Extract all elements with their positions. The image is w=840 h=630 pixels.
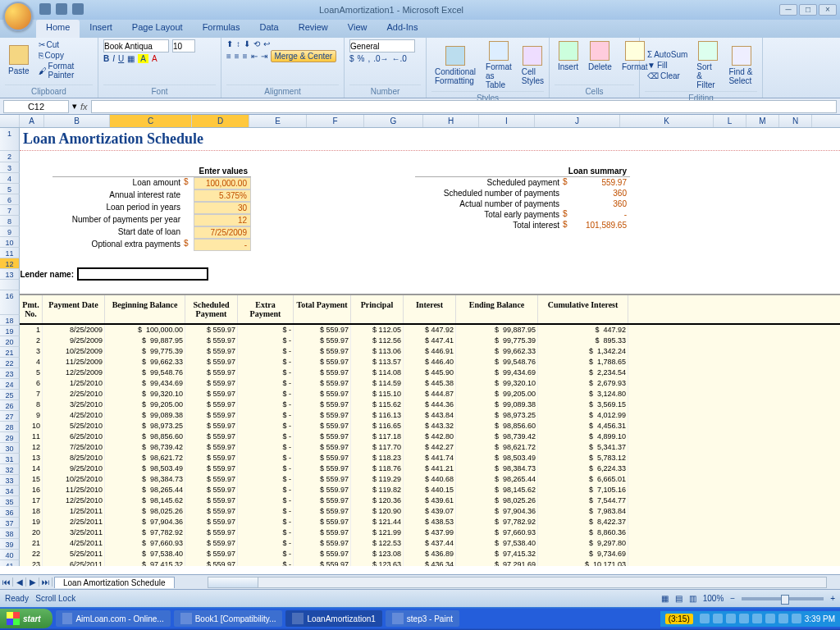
align-top-button[interactable]: ⬆ bbox=[226, 39, 233, 48]
number-format-select[interactable] bbox=[349, 39, 415, 52]
format-painter-button[interactable]: 🖌 Format Painter bbox=[36, 61, 93, 80]
formula-bar[interactable] bbox=[91, 100, 837, 113]
view-pagebreak-icon[interactable]: ▥ bbox=[689, 594, 696, 603]
table-row[interactable]: 127/25/2010$ 98,739.42$ 559.97$ -$ 559.9… bbox=[20, 442, 840, 453]
row-header[interactable]: 34 bbox=[0, 486, 20, 496]
table-row[interactable]: 29/25/2009$ 99,887.95$ 559.97$ -$ 559.97… bbox=[20, 336, 840, 346]
sheet-nav-first-icon[interactable]: ⏮ bbox=[0, 578, 13, 587]
cell-styles-button[interactable]: Cell Styles bbox=[518, 44, 547, 87]
zoom-level[interactable]: 100% bbox=[703, 594, 724, 603]
zoom-in-button[interactable]: + bbox=[830, 594, 835, 603]
bold-button[interactable]: B bbox=[103, 54, 109, 63]
office-button[interactable] bbox=[3, 2, 33, 31]
tray-icon[interactable] bbox=[739, 614, 749, 623]
col-header-H[interactable]: H bbox=[423, 115, 479, 127]
row-header[interactable]: 8 bbox=[0, 216, 20, 226]
orientation-button[interactable]: ⟲ bbox=[253, 39, 260, 48]
row-header[interactable]: 36 bbox=[0, 507, 20, 518]
table-row[interactable]: 203/25/2011$ 97,782.92$ 559.97$ -$ 559.9… bbox=[20, 527, 840, 538]
row-header[interactable]: 25 bbox=[0, 390, 20, 400]
table-row[interactable]: 149/25/2010$ 98,503.49$ 559.97$ -$ 559.9… bbox=[20, 463, 840, 474]
tray-clock[interactable]: 3:39 PM bbox=[805, 614, 835, 623]
percent-button[interactable]: % bbox=[358, 54, 365, 63]
table-row[interactable]: 310/25/2009$ 99,775.39$ 559.97$ -$ 559.9… bbox=[20, 346, 840, 357]
table-row[interactable]: 411/25/2009$ 99,662.33$ 559.97$ -$ 559.9… bbox=[20, 357, 840, 368]
align-middle-button[interactable]: ↕ bbox=[236, 39, 240, 48]
qat-save-icon[interactable] bbox=[39, 3, 51, 15]
table-row[interactable]: 105/25/2010$ 98,973.25$ 559.97$ -$ 559.9… bbox=[20, 421, 840, 431]
conditional-formatting-button[interactable]: Conditional Formatting bbox=[431, 44, 479, 87]
row-header[interactable]: 35 bbox=[0, 496, 20, 507]
row-header[interactable]: 29 bbox=[0, 432, 20, 443]
autosum-button[interactable]: Σ AutoSum bbox=[645, 49, 690, 60]
row-header[interactable]: 26 bbox=[0, 400, 20, 411]
row-header[interactable]: 41 bbox=[0, 560, 20, 566]
underline-button[interactable]: U bbox=[118, 54, 124, 63]
row-header[interactable]: 7 bbox=[0, 205, 20, 216]
table-row[interactable]: 116/25/2010$ 98,856.60$ 559.97$ -$ 559.9… bbox=[20, 431, 840, 442]
worksheet[interactable]: 1234567891011121316181920212223242526272… bbox=[0, 128, 840, 566]
col-header-B[interactable]: B bbox=[44, 115, 110, 127]
row-header[interactable]: 38 bbox=[0, 528, 20, 539]
table-row[interactable]: 18/25/2009$ 100,000.00$ 559.97$ -$ 559.9… bbox=[20, 325, 840, 336]
row-header[interactable]: 13 bbox=[0, 269, 20, 280]
currency-button[interactable]: $ bbox=[349, 54, 354, 63]
row-header[interactable]: 39 bbox=[0, 539, 20, 550]
sheet-nav-last-icon[interactable]: ⏭ bbox=[39, 578, 52, 587]
row-header[interactable]: 30 bbox=[0, 443, 20, 454]
ribbon-tab-insert[interactable]: Insert bbox=[80, 20, 122, 38]
col-header-I[interactable]: I bbox=[479, 115, 535, 127]
border-button[interactable]: ▦ bbox=[127, 54, 135, 63]
row-header[interactable]: 18 bbox=[0, 315, 20, 326]
row-header[interactable]: 23 bbox=[0, 368, 20, 379]
sheet-nav-next-icon[interactable]: ▶ bbox=[26, 578, 39, 587]
row-header[interactable] bbox=[0, 280, 20, 290]
row-header[interactable]: 2 bbox=[0, 151, 20, 162]
ribbon-tab-formulas[interactable]: Formulas bbox=[193, 20, 250, 38]
row-header[interactable]: 28 bbox=[0, 422, 20, 432]
taskbar-item[interactable]: LoanAmortization1 bbox=[285, 610, 381, 627]
copy-button[interactable]: ⎘ Copy bbox=[36, 50, 93, 61]
tray-icon[interactable] bbox=[792, 614, 801, 623]
fill-color-button[interactable]: A bbox=[138, 54, 148, 63]
ribbon-tab-view[interactable]: View bbox=[338, 20, 377, 38]
ribbon-tab-review[interactable]: Review bbox=[289, 20, 338, 38]
fill-button[interactable]: ▼ Fill bbox=[645, 60, 690, 71]
ribbon-tab-add-ins[interactable]: Add-Ins bbox=[377, 20, 427, 38]
taskbar-item[interactable]: AimLoan.com - Online... bbox=[56, 610, 171, 627]
align-center-button[interactable]: ≡ bbox=[235, 52, 240, 61]
col-header-F[interactable]: F bbox=[307, 115, 364, 127]
row-header[interactable]: 11 bbox=[0, 248, 20, 258]
tray-icon[interactable] bbox=[700, 614, 710, 623]
insert-cells-button[interactable]: Insert bbox=[555, 39, 582, 73]
row-header[interactable]: 32 bbox=[0, 464, 20, 475]
qat-redo-icon[interactable] bbox=[72, 3, 84, 15]
zoom-slider[interactable] bbox=[742, 597, 824, 600]
row-header[interactable]: 40 bbox=[0, 550, 20, 560]
minimize-button[interactable]: ─ bbox=[779, 4, 797, 16]
taskbar-item[interactable]: Book1 [Compatibility... bbox=[174, 610, 283, 627]
sheet-tab[interactable]: Loan Amortization Schedule bbox=[54, 577, 175, 588]
row-header[interactable]: 21 bbox=[0, 347, 20, 358]
delete-cells-button[interactable]: Delete bbox=[585, 39, 615, 73]
italic-button[interactable]: I bbox=[112, 54, 115, 63]
col-header-L[interactable]: L bbox=[714, 115, 746, 127]
table-row[interactable]: 1611/25/2010$ 98,265.44$ 559.97$ -$ 559.… bbox=[20, 485, 840, 495]
row-header[interactable]: 19 bbox=[0, 326, 20, 336]
table-row[interactable]: 236/25/2011$ 97,415.32$ 559.97$ -$ 559.9… bbox=[20, 559, 840, 566]
row-header[interactable]: 9 bbox=[0, 226, 20, 237]
maximize-button[interactable]: □ bbox=[799, 4, 817, 16]
row-header[interactable]: 12 bbox=[0, 258, 20, 269]
cut-button[interactable]: ✂ Cut bbox=[36, 39, 93, 50]
col-header-G[interactable]: G bbox=[364, 115, 423, 127]
ribbon-tab-home[interactable]: Home bbox=[36, 20, 80, 38]
row-header[interactable]: 10 bbox=[0, 237, 20, 248]
table-row[interactable]: 94/25/2010$ 99,089.38$ 559.97$ -$ 559.97… bbox=[20, 410, 840, 421]
table-row[interactable]: 61/25/2010$ 99,434.69$ 559.97$ -$ 559.97… bbox=[20, 378, 840, 389]
table-row[interactable]: 138/25/2010$ 98,621.72$ 559.97$ -$ 559.9… bbox=[20, 453, 840, 463]
decrease-decimal-button[interactable]: ←.0 bbox=[392, 54, 407, 63]
col-header-A[interactable]: A bbox=[20, 115, 44, 127]
view-layout-icon[interactable]: ▤ bbox=[675, 594, 682, 603]
ribbon-tab-page-layout[interactable]: Page Layout bbox=[122, 20, 193, 38]
taskbar-item[interactable]: step3 - Paint bbox=[386, 610, 459, 627]
